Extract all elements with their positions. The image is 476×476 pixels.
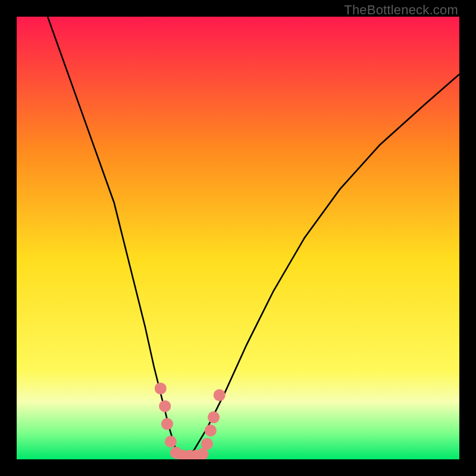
chart-background (17, 17, 459, 459)
marker-point (205, 425, 217, 437)
marker-point (165, 436, 177, 447)
marker-point (214, 389, 226, 401)
marker-point (161, 418, 173, 430)
watermark-text: TheBottleneck.com (344, 2, 458, 18)
marker-point (208, 411, 220, 423)
marker-point (159, 400, 171, 412)
chart-svg (17, 17, 459, 459)
chart-frame (17, 17, 459, 459)
marker-point (155, 383, 167, 394)
marker-point (201, 438, 213, 450)
